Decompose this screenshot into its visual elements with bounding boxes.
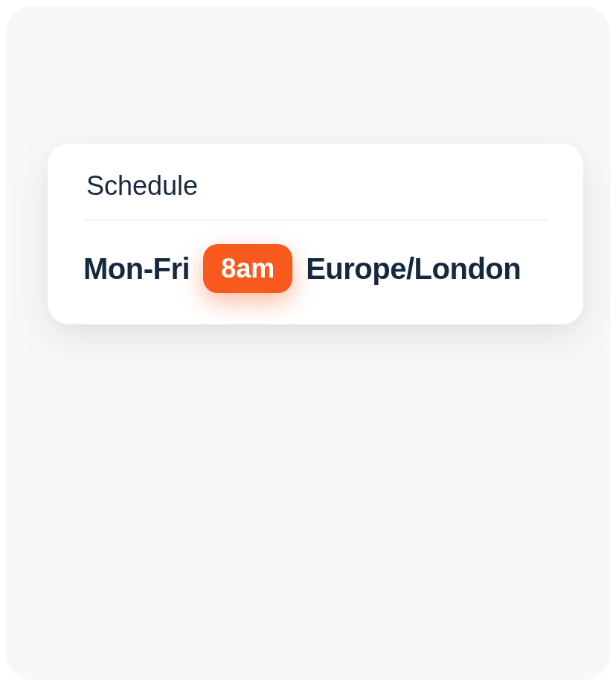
schedule-card: Schedule Mon-Fri 8am Europe/London <box>48 144 583 324</box>
schedule-row: Mon-Fri 8am Europe/London <box>83 244 548 293</box>
schedule-timezone: Europe/London <box>306 252 521 286</box>
divider <box>83 219 548 220</box>
schedule-days: Mon-Fri <box>83 252 190 286</box>
outer-panel: Schedule Mon-Fri 8am Europe/London <box>6 6 610 680</box>
card-title: Schedule <box>83 170 548 202</box>
schedule-time-badge[interactable]: 8am <box>203 244 292 293</box>
